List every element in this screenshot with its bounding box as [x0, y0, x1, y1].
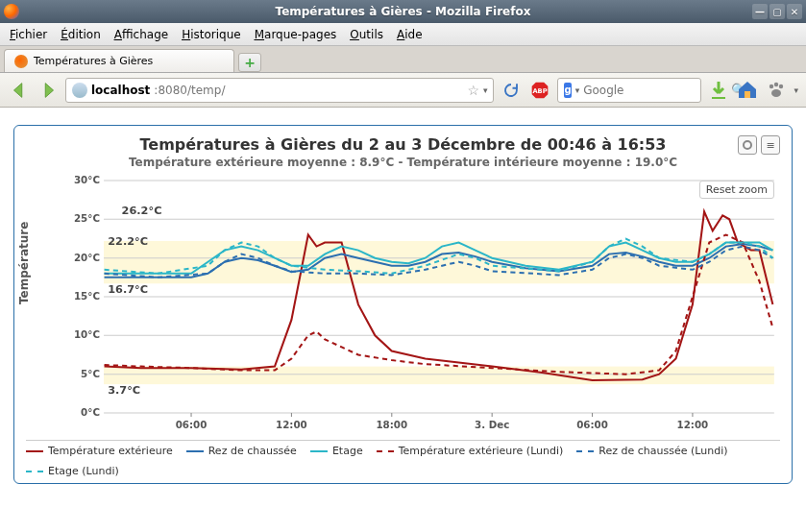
maximize-button[interactable]: ▢: [769, 4, 785, 19]
menu-outils[interactable]: Outils: [350, 28, 383, 41]
chart-print-button[interactable]: [738, 135, 757, 155]
site-identity-icon: [72, 83, 87, 98]
tab-active[interactable]: Températures à Gières: [4, 49, 234, 72]
legend-swatch-icon: [26, 450, 43, 452]
addon-paw-icon[interactable]: [765, 79, 788, 102]
legend-swatch-icon: [576, 450, 594, 452]
svg-text:16.7°C: 16.7°C: [108, 283, 148, 296]
legend-swatch-icon: [26, 471, 43, 472]
chart-title: Températures à Gières du 2 au 3 Décembre…: [26, 135, 780, 154]
back-button[interactable]: [8, 79, 31, 102]
svg-text:25°C: 25°C: [74, 213, 100, 224]
svg-text:3. Dec: 3. Dec: [475, 420, 509, 430]
legend-item[interactable]: Etage (Lundi): [26, 465, 119, 477]
svg-text:ABP: ABP: [533, 86, 548, 94]
svg-text:26.2°C: 26.2°C: [122, 205, 162, 217]
url-dropdown-icon[interactable]: ▾: [483, 85, 488, 95]
svg-point-7: [771, 89, 781, 97]
legend-item[interactable]: Température extérieure: [26, 445, 173, 457]
reset-zoom-button[interactable]: Reset zoom: [699, 181, 774, 199]
downloads-button[interactable]: [707, 79, 730, 102]
window-title: Températures à Gières - Mozilla Firefox: [276, 5, 531, 18]
tab-strip: Températures à Gières +: [0, 46, 806, 73]
menu-aide[interactable]: Aide: [397, 28, 423, 41]
chart-plot-area[interactable]: 0°C5°C10°C15°C20°C25°C30°C06:0012:0018:0…: [68, 175, 780, 434]
firefox-icon: [4, 4, 19, 19]
svg-text:06:00: 06:00: [176, 420, 208, 430]
svg-text:0°C: 0°C: [81, 407, 100, 418]
chart-subtitle: Température extérieure moyenne : 8.9°C -…: [26, 156, 780, 169]
menu-affichage[interactable]: Affichage: [114, 28, 168, 41]
legend-swatch-icon: [310, 450, 328, 452]
legend-label: Etage: [332, 445, 363, 457]
legend-label: Température extérieure: [48, 445, 173, 457]
url-bar[interactable]: localhost:8080/temp/ ☆ ▾: [65, 78, 494, 103]
menu-historique[interactable]: Historique: [182, 28, 241, 41]
legend-label: Rez de chaussée (Lundi): [598, 445, 727, 457]
svg-text:30°C: 30°C: [74, 175, 100, 185]
toolbar-overflow-icon[interactable]: ▾: [794, 85, 798, 95]
favicon-icon: [14, 55, 28, 68]
legend-swatch-icon: [377, 450, 394, 452]
search-engine-icon[interactable]: g: [564, 83, 571, 98]
menu-marque-pages[interactable]: Marque-pages: [255, 28, 337, 41]
legend-item[interactable]: Rez de chaussée: [186, 445, 297, 457]
page-content: Températures à Gières du 2 au 3 Décembre…: [0, 108, 806, 494]
reload-button[interactable]: [500, 79, 523, 102]
menu-fichier[interactable]: Fichier: [10, 28, 47, 41]
adblock-icon[interactable]: ABP: [528, 79, 551, 102]
chart-legend: Température extérieureRez de chausséeEta…: [26, 440, 780, 477]
forward-button[interactable]: [37, 79, 60, 102]
y-axis-label: Température: [17, 222, 31, 304]
svg-rect-2: [712, 97, 725, 99]
search-input[interactable]: [583, 84, 727, 97]
home-button[interactable]: [736, 79, 759, 102]
svg-text:12:00: 12:00: [677, 420, 709, 430]
svg-point-6: [779, 84, 783, 87]
search-engine-dropdown-icon[interactable]: ▾: [575, 85, 580, 95]
svg-text:06:00: 06:00: [576, 420, 608, 430]
legend-label: Rez de chaussée: [208, 445, 297, 457]
svg-text:18:00: 18:00: [376, 420, 407, 430]
legend-item[interactable]: Etage: [310, 445, 363, 457]
legend-swatch-icon: [186, 450, 204, 452]
tab-label: Températures à Gières: [34, 55, 153, 67]
search-bar[interactable]: g ▾ 🔍: [557, 78, 701, 103]
svg-point-4: [769, 84, 773, 87]
new-tab-button[interactable]: +: [238, 53, 261, 72]
chart-card: Températures à Gières du 2 au 3 Décembre…: [13, 125, 793, 484]
svg-point-5: [774, 82, 778, 85]
legend-item[interactable]: Rez de chaussée (Lundi): [576, 445, 727, 457]
menu-édition[interactable]: Édition: [61, 28, 101, 41]
svg-text:3.7°C: 3.7°C: [108, 384, 140, 397]
svg-text:12:00: 12:00: [276, 420, 307, 430]
chart-menu-button[interactable]: ≡: [761, 135, 780, 155]
bookmark-star-icon[interactable]: ☆: [467, 83, 479, 98]
url-rest: :8080/temp/: [154, 84, 225, 97]
svg-text:15°C: 15°C: [74, 291, 100, 302]
minimize-button[interactable]: —: [752, 4, 768, 19]
window-titlebar: Températures à Gières - Mozilla Firefox …: [0, 0, 806, 23]
legend-label: Etage (Lundi): [48, 465, 119, 477]
svg-text:22.2°C: 22.2°C: [108, 235, 148, 248]
close-button[interactable]: ✕: [787, 4, 802, 19]
svg-text:10°C: 10°C: [74, 329, 100, 340]
menubar: FichierÉditionAffichageHistoriqueMarque-…: [0, 23, 806, 46]
svg-text:5°C: 5°C: [81, 369, 100, 379]
svg-text:20°C: 20°C: [74, 253, 100, 263]
svg-rect-3: [745, 91, 750, 98]
nav-toolbar: localhost:8080/temp/ ☆ ▾ ABP g ▾ 🔍 ▾: [0, 73, 806, 108]
url-host: localhost: [91, 84, 150, 97]
legend-item[interactable]: Température extérieure (Lundi): [377, 445, 564, 457]
legend-label: Température extérieure (Lundi): [399, 445, 564, 457]
